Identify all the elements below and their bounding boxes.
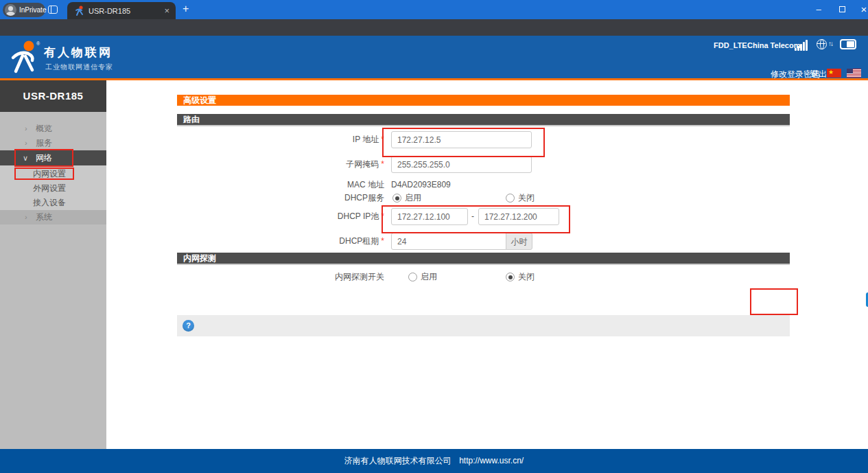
section-title-probe: 内网探测: [177, 253, 790, 264]
dhcp-pool-end-input[interactable]: [478, 208, 559, 225]
footer-website-link[interactable]: http://www.usr.cn/: [459, 456, 524, 465]
logout-link[interactable]: 退出: [810, 69, 827, 80]
sim-card-icon: [840, 39, 856, 49]
sidebar-item-connected-devices[interactable]: 接入设备: [0, 196, 106, 210]
sidebar-submenu: 内网设置 外网设置 接入设备: [0, 165, 106, 210]
sidebar-item-overview[interactable]: › 概览: [0, 122, 106, 136]
traffic-arrows-icon: ↑↓: [828, 40, 832, 47]
brand-tagline: 工业物联网通信专家: [45, 62, 113, 72]
required-mark: *: [381, 236, 384, 246]
sidebar: USR-DR185 › 概览 › 服务 ∨ 网络 内网设置 外网设置 接入设备 …: [0, 80, 106, 449]
required-mark: *: [381, 159, 384, 169]
probe-switch-label: 内网探测开关: [206, 268, 384, 286]
dhcp-pool-start-input[interactable]: [391, 208, 468, 225]
inprivate-badge[interactable]: InPrivate: [3, 3, 45, 17]
sidebar-item-wan-settings[interactable]: 外网设置: [0, 181, 106, 196]
dhcp-pool-label: DHCP IP池*: [206, 208, 384, 225]
browser-titlebar: InPrivate USR-DR185 × + – ×: [0, 0, 868, 19]
help-bar: ?: [177, 315, 790, 336]
brand-name: 有人物联网: [44, 45, 113, 60]
screen: InPrivate USR-DR185 × + – × ← ↻ ⌂ ⚠ 不安全 …: [0, 0, 868, 473]
inprivate-label: InPrivate: [19, 6, 46, 14]
probe-disable-label[interactable]: 关闭: [518, 268, 535, 286]
lease-unit-addon: 小时: [506, 233, 532, 250]
device-name: USR-DR185: [0, 80, 106, 112]
sidebar-item-service[interactable]: › 服务: [0, 136, 106, 150]
chevron-right-icon: ›: [25, 122, 27, 136]
dhcp-enable-radio[interactable]: [392, 194, 401, 203]
probe-enable-label[interactable]: 启用: [421, 268, 437, 286]
footer-company: 济南有人物联网技术有限公司: [344, 456, 451, 465]
required-mark: *: [381, 211, 384, 221]
window-close-icon[interactable]: ×: [854, 0, 868, 19]
page-footer: 济南有人物联网技术有限公司 http://www.usr.cn/: [0, 449, 868, 473]
sidebar-item-system[interactable]: › 系统: [0, 210, 106, 224]
carrier-label: China Telecom: [747, 41, 800, 49]
probe-enable-radio[interactable]: [408, 273, 417, 281]
new-tab-icon[interactable]: +: [183, 3, 189, 15]
usr-favicon-icon: [75, 5, 84, 16]
dhcp-disable-radio[interactable]: [506, 194, 515, 203]
dhcp-lease-input[interactable]: [391, 233, 506, 250]
svg-text:®: ®: [36, 41, 40, 46]
browser-addressbar: ← ↻ ⌂ ⚠ 不安全 | 192.168.1.1 /index.html#ro…: [0, 19, 868, 36]
ip-label: IP 地址*: [206, 131, 384, 148]
page-header: ® 有人物联网 工业物联网通信专家 FDD_LTE China Telecom …: [0, 36, 868, 80]
dhcp-lease-label: DHCP租期*: [206, 233, 384, 250]
chevron-right-icon: ›: [25, 210, 27, 224]
language-chinese-flag-icon[interactable]: ★: [827, 69, 841, 78]
dhcp-enable-label[interactable]: 启用: [405, 189, 421, 207]
tab-title: USR-DR185: [89, 7, 130, 15]
required-mark: *: [381, 135, 384, 144]
signal-strength-icon: [795, 40, 810, 51]
sidebar-item-network[interactable]: ∨ 网络: [0, 150, 106, 165]
page-title: 高级设置: [177, 95, 790, 106]
usr-logo-icon: ®: [8, 40, 43, 77]
wan-globe-icon: [817, 39, 827, 49]
browser-tab[interactable]: USR-DR185 ×: [67, 2, 176, 19]
section-title-route: 路由: [177, 114, 790, 125]
window-restore-icon[interactable]: [832, 0, 852, 19]
help-icon[interactable]: ?: [183, 320, 194, 332]
subnet-mask-input[interactable]: [391, 156, 532, 173]
sidebar-item-lan-settings[interactable]: 内网设置: [0, 167, 106, 181]
dhcp-service-label: DHCP服务: [206, 189, 384, 207]
tab-actions-icon[interactable]: [48, 5, 58, 14]
profile-avatar: [5, 4, 16, 16]
tab-close-icon[interactable]: ×: [164, 5, 169, 16]
subnet-mask-label: 子网掩码*: [206, 156, 384, 173]
language-english-flag-icon[interactable]: [847, 69, 861, 78]
network-mode-label: FDD_LTE: [714, 41, 747, 49]
probe-disable-radio[interactable]: [506, 273, 515, 281]
chevron-down-icon: ∨: [23, 150, 28, 165]
dhcp-disable-label[interactable]: 关闭: [518, 189, 535, 207]
main-content: 高级设置 路由 IP 地址* 子网掩码* MAC 地址 D4AD2093E809…: [106, 80, 868, 449]
chevron-right-icon: ›: [25, 136, 27, 150]
pool-range-separator: -: [471, 208, 474, 225]
window-minimize-icon[interactable]: –: [808, 0, 829, 19]
ip-address-input[interactable]: [391, 131, 532, 148]
